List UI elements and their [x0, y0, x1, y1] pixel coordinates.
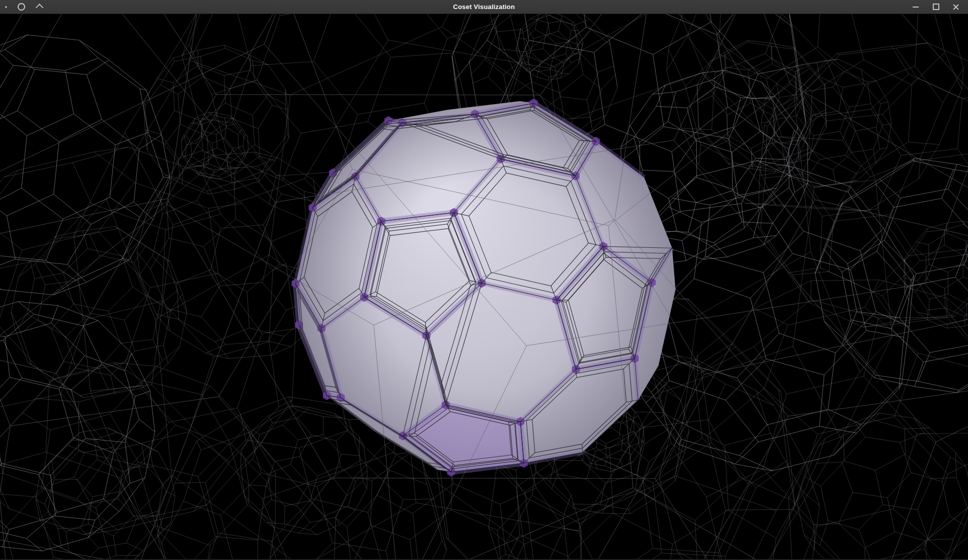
window-title: Coset Visualization [0, 3, 968, 11]
close-button[interactable] [952, 3, 960, 11]
window-controls [912, 0, 968, 14]
minimize-button[interactable] [912, 3, 920, 11]
maximize-icon [933, 4, 939, 10]
status-dot-icon [5, 6, 7, 8]
viewport-container [0, 14, 968, 560]
titlebar[interactable]: Coset Visualization [0, 0, 968, 14]
chevron-up-icon[interactable] [35, 3, 43, 11]
app-window: Coset Visualization [0, 0, 968, 560]
circle-glyph [18, 3, 25, 11]
close-icon [952, 4, 959, 11]
chevron-glyph [35, 4, 43, 12]
circle-icon[interactable] [17, 3, 25, 11]
maximize-button[interactable] [932, 3, 940, 11]
minimize-icon [913, 7, 919, 8]
titlebar-left-controls [0, 0, 43, 14]
3d-viewport[interactable] [0, 14, 968, 559]
